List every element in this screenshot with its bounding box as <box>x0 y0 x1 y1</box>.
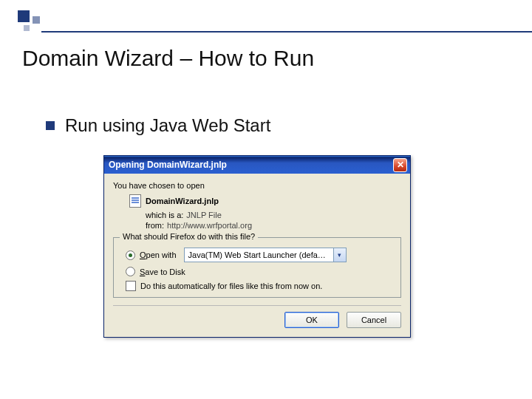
from-value: http://www.wrfportal.org <box>167 221 252 230</box>
filename-text: DomainWizard.jnlp <box>146 197 219 205</box>
bullet-text: Run using Java Web Start <box>65 115 270 136</box>
file-icon <box>129 194 141 208</box>
open-with-label: Open with <box>140 250 177 259</box>
which-is-label: which is a: <box>146 211 183 219</box>
cancel-button[interactable]: Cancel <box>347 312 401 328</box>
ok-button[interactable]: OK <box>284 312 339 328</box>
intro-text: You have chosen to open <box>113 181 401 190</box>
save-to-disk-row[interactable]: Save to Disk <box>126 267 393 276</box>
close-button[interactable]: ✕ <box>393 158 407 172</box>
auto-row[interactable]: Do this automatically for files like thi… <box>126 281 393 291</box>
separator <box>113 305 401 306</box>
action-groupbox: What should Firefox do with this file? O… <box>113 237 401 298</box>
from-label: from: <box>146 221 164 230</box>
bullet-icon <box>46 121 55 130</box>
slide: Domain Wizard – How to Run Run using Jav… <box>0 0 532 399</box>
radio-open-with[interactable] <box>126 250 135 260</box>
chevron-down-icon[interactable]: ▾ <box>333 248 346 262</box>
ok-label: OK <box>306 316 318 324</box>
checkbox-auto[interactable] <box>126 281 136 291</box>
dialog-title: Opening DomainWizard.jnlp <box>109 160 227 170</box>
open-file-dialog: Opening DomainWizard.jnlp ✕ You have cho… <box>103 155 411 338</box>
open-with-dropdown[interactable]: Java(TM) Web Start Launcher (defa… ▾ <box>184 248 347 262</box>
dialog-titlebar[interactable]: Opening DomainWizard.jnlp ✕ <box>104 156 410 174</box>
open-with-value: Java(TM) Web Start Launcher (defa… <box>188 250 326 259</box>
page-title: Domain Wizard – How to Run <box>22 46 314 71</box>
auto-label: Do this automatically for files like thi… <box>140 282 322 290</box>
dialog-body: You have chosen to open DomainWizard.jnl… <box>104 174 410 337</box>
cancel-label: Cancel <box>361 316 386 324</box>
save-to-disk-label: Save to Disk <box>140 267 185 276</box>
file-type-row: which is a: JNLP File <box>146 211 401 219</box>
file-from-row: from: http://www.wrfportal.org <box>146 221 401 230</box>
open-with-row[interactable]: Open with Java(TM) Web Start Launcher (d… <box>126 248 393 262</box>
file-row: DomainWizard.jnlp <box>129 194 401 208</box>
button-row: OK Cancel <box>113 312 401 328</box>
radio-save-to-disk[interactable] <box>126 267 135 276</box>
header-rule <box>41 31 532 33</box>
close-icon: ✕ <box>397 160 404 170</box>
file-type-value: JNLP File <box>186 211 221 219</box>
groupbox-legend: What should Firefox do with this file? <box>120 232 258 241</box>
bullet-item: Run using Java Web Start <box>46 115 270 136</box>
